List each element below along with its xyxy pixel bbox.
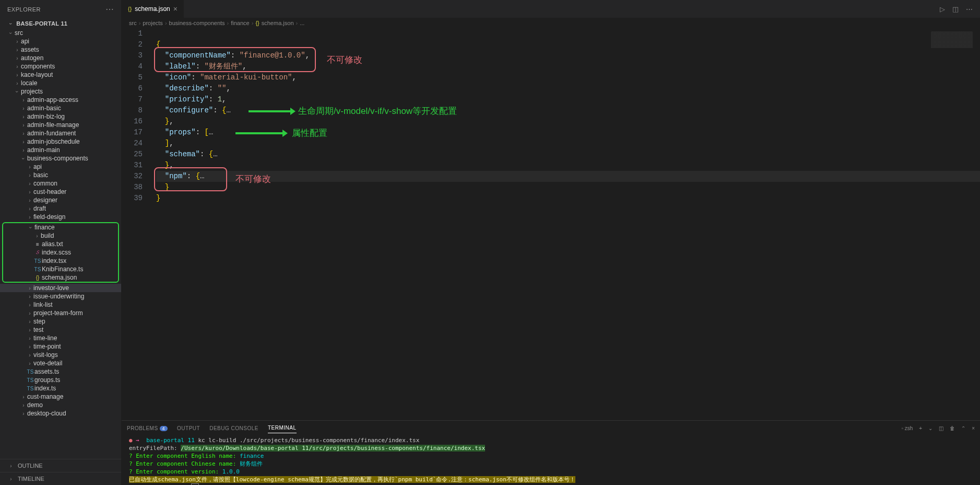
folder-investor-love[interactable]: investor-love: [0, 284, 121, 292]
run-icon[interactable]: ▷: [940, 5, 945, 13]
folder-visit-logs[interactable]: visit-logs: [0, 351, 121, 359]
folder-cust-manage[interactable]: cust-manage: [0, 392, 121, 401]
file-assets-ts[interactable]: TSassets.ts: [0, 367, 121, 376]
folder-projects[interactable]: projects: [0, 87, 121, 96]
file-groups-ts[interactable]: TSgroups.ts: [0, 376, 121, 384]
folder-bc-draft[interactable]: draft: [0, 204, 121, 213]
main-area: {} schema.json × ▷ ◫ ⋯ src› projects› bu…: [122, 0, 980, 485]
trash-icon[interactable]: 🗑: [950, 425, 955, 431]
close-panel-icon[interactable]: ×: [972, 425, 975, 431]
editor[interactable]: 1 2 3 4 5 6 7 8 16 17 24 25 31 32 38 39 …: [122, 28, 980, 420]
folder-autogen[interactable]: autogen: [0, 54, 121, 62]
folder-admin-fundament[interactable]: admin-fundament: [0, 129, 121, 137]
tab-problems[interactable]: PROBLEMS4: [127, 423, 168, 433]
folder-demo[interactable]: demo: [0, 401, 121, 409]
sidebar: EXPLORER ⋯ BASE-PORTAL 11 src api assets…: [0, 0, 122, 485]
new-terminal-icon[interactable]: +: [919, 425, 922, 431]
folder-bc-api[interactable]: api: [0, 163, 121, 171]
tab-debug-console[interactable]: DEBUG CONSOLE: [209, 423, 258, 433]
folder-time-point[interactable]: time-point: [0, 342, 121, 351]
terminal-output[interactable]: ● → base-portal 11 kc lc-build ./src/pro…: [122, 435, 980, 485]
folder-link-list[interactable]: link-list: [0, 301, 121, 309]
file-schema-json[interactable]: {}schema.json: [3, 273, 118, 282]
maximize-icon[interactable]: ⌃: [961, 425, 965, 431]
json-icon: {}: [128, 6, 132, 12]
terminal-dropdown-icon[interactable]: ⌄: [928, 425, 932, 431]
folder-kace-layout[interactable]: kace-layout: [0, 71, 121, 79]
more-icon[interactable]: ⋯: [966, 5, 973, 13]
outline-section[interactable]: OUTLINE: [0, 459, 121, 472]
folder-bc-common[interactable]: common: [0, 179, 121, 188]
folder-desktop-cloud[interactable]: desktop-cloud: [0, 409, 121, 418]
breadcrumbs[interactable]: src› projects› business-components› fina…: [122, 18, 980, 28]
annotation-label-3: 属性配置: [292, 128, 327, 138]
folder-admin-file-manage[interactable]: admin-file-manage: [0, 121, 121, 129]
folder-admin-basic[interactable]: admin-basic: [0, 104, 121, 112]
annotation-label-4: 不可修改: [235, 174, 271, 184]
folder-business-components[interactable]: business-components: [0, 154, 121, 163]
folder-locale[interactable]: locale: [0, 79, 121, 87]
split-terminal-icon[interactable]: ◫: [939, 425, 943, 431]
annotation-label-1: 不可修改: [327, 54, 362, 65]
project-name[interactable]: BASE-PORTAL 11: [0, 18, 121, 29]
editor-actions: ▷ ◫ ⋯: [940, 0, 980, 18]
minimap[interactable]: [931, 31, 973, 73]
file-knibfinance-ts[interactable]: TSKnibFinance.ts: [3, 265, 118, 273]
folder-bc-cust-header[interactable]: cust-header: [0, 188, 121, 196]
folder-components[interactable]: components: [0, 62, 121, 71]
explorer-title: EXPLORER: [7, 6, 41, 13]
tab-terminal[interactable]: TERMINAL: [268, 423, 297, 433]
folder-bc-basic[interactable]: basic: [0, 171, 121, 179]
file-index-tsx[interactable]: TSindex.tsx: [3, 257, 118, 265]
folder-bc-field-design[interactable]: field-design: [0, 213, 121, 221]
folder-time-line[interactable]: time-line: [0, 334, 121, 342]
tab-schema-json[interactable]: {} schema.json ×: [122, 0, 184, 18]
json-icon: {}: [255, 20, 259, 26]
explorer-header: EXPLORER ⋯: [0, 0, 121, 18]
folder-bc-build[interactable]: build: [3, 232, 118, 240]
folder-admin-jobschedule[interactable]: admin-jobschedule: [0, 137, 121, 146]
file-index-scss[interactable]: 𝓢index.scss: [3, 248, 118, 257]
folder-bc-finance[interactable]: finance: [3, 223, 118, 232]
folder-src[interactable]: src: [0, 29, 121, 37]
tab-bar: {} schema.json × ▷ ◫ ⋯: [122, 0, 980, 18]
folder-admin-main[interactable]: admin-main: [0, 146, 121, 154]
timeline-section[interactable]: TIMELINE: [0, 472, 121, 485]
explorer-more-icon[interactable]: ⋯: [105, 4, 114, 14]
panel-tabs: PROBLEMS4 OUTPUT DEBUG CONSOLE TERMINAL …: [122, 421, 980, 435]
annotation-label-2: 生命周期/v-model/v-if/v-show等开发配置: [298, 106, 457, 117]
tab-output[interactable]: OUTPUT: [177, 423, 200, 433]
folder-vote-detail[interactable]: vote-detail: [0, 359, 121, 367]
file-index-ts[interactable]: TSindex.ts: [0, 384, 121, 392]
folder-bc-designer[interactable]: designer: [0, 196, 121, 204]
file-tree: src api assets autogen components kace-l…: [0, 29, 121, 459]
gutter: 1 2 3 4 5 6 7 8 16 17 24 25 31 32 38 39: [122, 28, 152, 420]
bottom-panel: PROBLEMS4 OUTPUT DEBUG CONSOLE TERMINAL …: [122, 420, 980, 485]
folder-test[interactable]: test: [0, 326, 121, 334]
folder-step[interactable]: step: [0, 317, 121, 326]
folder-api[interactable]: api: [0, 37, 121, 45]
tab-label: schema.json: [135, 5, 170, 13]
folder-admin-biz-log[interactable]: admin-biz-log: [0, 112, 121, 121]
code-content[interactable]: { "componentName": "finance@1.0.0", "lab…: [152, 28, 980, 420]
close-icon[interactable]: ×: [173, 5, 178, 13]
file-alias-txt[interactable]: ≡alias.txt: [3, 240, 118, 248]
folder-issue-underwriting[interactable]: issue-underwriting: [0, 292, 121, 301]
folder-admin-app-access[interactable]: admin-app-access: [0, 96, 121, 104]
folder-project-team-form[interactable]: project-team-form: [0, 309, 121, 317]
highlight-finance-folder: finance build ≡alias.txt 𝓢index.scss TSi…: [2, 222, 119, 283]
terminal-shell-label[interactable]: ▫ zsh: [901, 425, 913, 431]
folder-assets[interactable]: assets: [0, 45, 121, 54]
split-icon[interactable]: ◫: [952, 5, 959, 13]
